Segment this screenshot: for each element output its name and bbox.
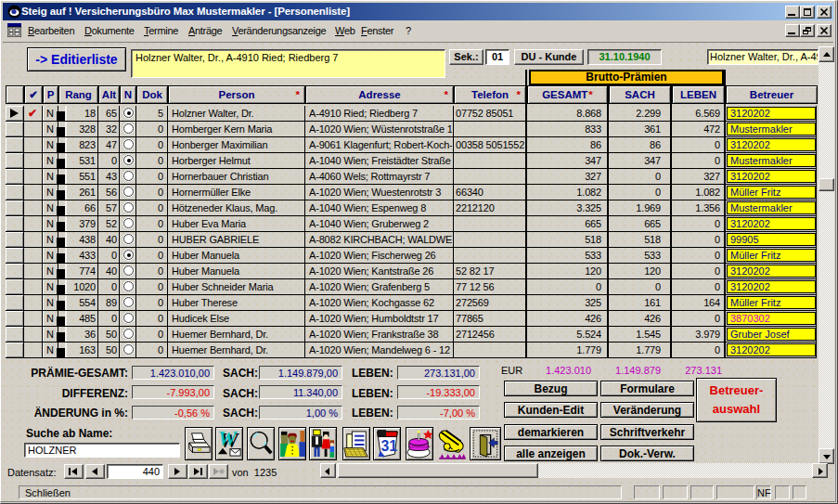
svg-text:31: 31 (380, 438, 397, 454)
svg-text:W: W (218, 427, 239, 450)
